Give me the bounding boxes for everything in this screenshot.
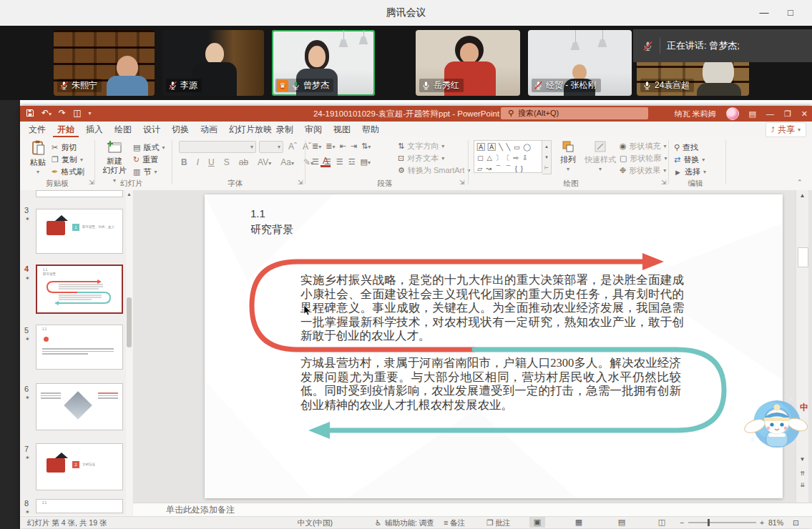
- columns-button[interactable]: ▤▾: [361, 157, 371, 167]
- slideshow-view-button[interactable]: ◫: [654, 517, 670, 528]
- zoom-out-button[interactable]: −: [680, 518, 684, 528]
- slide-thumbnail[interactable]: 1.1: [36, 325, 123, 370]
- find-button[interactable]: ⚲查找: [674, 142, 706, 154]
- slide-thumbnail-partial[interactable]: [36, 190, 123, 197]
- start-slideshow-icon[interactable]: ◫: [73, 108, 81, 118]
- tab-draw[interactable]: 绘图: [110, 122, 136, 137]
- text-direction-button[interactable]: ⇅文字方向▾: [398, 140, 470, 152]
- account-avatar[interactable]: [726, 107, 739, 120]
- slide-thumbnail-selected[interactable]: 1.1研究背景: [36, 264, 123, 314]
- reading-view-button[interactable]: ▤: [614, 517, 630, 528]
- share-button[interactable]: ⤴ 共享 ▾: [765, 122, 806, 137]
- slide-thumbnail-partial[interactable]: 2.1: [36, 499, 123, 513]
- format-painter-button[interactable]: ✒格式刷: [52, 166, 84, 178]
- scroll-down-icon[interactable]: ▼: [796, 456, 808, 463]
- restore-ppt-button[interactable]: ❐: [784, 109, 791, 119]
- text-shadow-button[interactable]: S: [222, 157, 232, 167]
- redo-icon[interactable]: ↷: [59, 108, 66, 118]
- participant-tile[interactable]: 李源: [162, 30, 264, 96]
- strikethrough-button[interactable]: ab: [237, 157, 250, 167]
- character-spacing-button[interactable]: AV▾: [255, 157, 273, 167]
- notes-pane[interactable]: 单击此处添加备注: [133, 503, 812, 517]
- language-indicator[interactable]: 中文(中国): [298, 518, 333, 528]
- slide-scrollbar[interactable]: ▲ ▼ ⇈ ⇊: [796, 190, 808, 503]
- save-icon[interactable]: [26, 109, 34, 117]
- minimize-meeting-button[interactable]: —: [753, 6, 775, 20]
- tab-transitions[interactable]: 切换: [167, 122, 193, 137]
- scroll-up-icon[interactable]: ▲: [796, 192, 808, 199]
- normal-view-button[interactable]: ▣: [529, 517, 545, 528]
- bullets-button[interactable]: ≣▾: [312, 142, 321, 151]
- increase-indent-button[interactable]: ⇥: [351, 142, 357, 151]
- maximize-meeting-button[interactable]: □: [780, 6, 801, 20]
- zoom-slider-thumb[interactable]: [708, 519, 710, 526]
- next-slide-button[interactable]: ⇊: [796, 482, 808, 488]
- tab-design[interactable]: 设计: [139, 122, 165, 137]
- comments-toggle[interactable]: ❐ 批注: [486, 518, 510, 528]
- paste-button[interactable]: 粘贴 ▾: [27, 140, 49, 177]
- participant-tile-speaking[interactable]: ♛ 曾梦杰: [272, 30, 375, 96]
- slide-position[interactable]: 幻灯片 第 4 张, 共 19 张: [27, 518, 107, 528]
- align-text-button[interactable]: ⊡对齐文本▾: [398, 152, 470, 164]
- increase-font-icon[interactable]: Aˆ: [286, 142, 299, 152]
- scrollbar-thumb[interactable]: [127, 297, 132, 347]
- copy-button[interactable]: ❐复制▾: [52, 154, 84, 166]
- collapse-ribbon-icon[interactable]: ⌃: [797, 179, 803, 186]
- slide-sorter-view-button[interactable]: ▦: [571, 517, 587, 528]
- close-ppt-button[interactable]: ✕: [801, 109, 808, 119]
- tab-record[interactable]: 录制: [272, 122, 298, 137]
- undo-icon[interactable]: ↶▾: [41, 108, 52, 118]
- section-button[interactable]: ▥节▾: [133, 166, 165, 178]
- align-center-button[interactable]: ☰: [324, 157, 331, 167]
- paragraph-dialog-launcher-icon[interactable]: ⇲: [459, 179, 465, 186]
- zoom-slider[interactable]: [688, 522, 756, 523]
- clipboard-dialog-launcher-icon[interactable]: ⇲: [89, 179, 94, 186]
- tab-insert[interactable]: 插入: [82, 122, 107, 137]
- tab-slideshow[interactable]: 幻灯片放映: [225, 122, 276, 137]
- scrollbar-thumb[interactable]: [798, 247, 808, 267]
- account-name[interactable]: 纳瓦 米莉姆: [674, 109, 715, 119]
- shapes-gallery[interactable]: 🄰 🄰 ╲ ╲ ▭ ◯ ▢ △ 〕〔 ⇨ ⇩ ▱ ↝ ⌒ ⌒ { }: [474, 140, 542, 173]
- drawing-dialog-launcher-icon[interactable]: ⇲: [661, 179, 667, 186]
- italic-button[interactable]: I: [195, 157, 201, 167]
- tab-home[interactable]: 开始: [53, 122, 79, 137]
- tab-help[interactable]: 帮助: [358, 122, 383, 137]
- font-dialog-launcher-icon[interactable]: ⇲: [298, 179, 303, 186]
- layout-button[interactable]: ▤版式▾: [133, 142, 165, 154]
- shape-outline-button[interactable]: ▢形状轮廓▾: [620, 152, 667, 164]
- slide-paragraph-2[interactable]: 方城县营坊村，隶属于河南省南阳市，户籍人口2300多人。解决农业经济发展问题尤为…: [300, 356, 681, 412]
- shape-effects-button[interactable]: ❉形状效果▾: [620, 164, 667, 177]
- customize-qat-icon[interactable]: ▾: [88, 110, 91, 117]
- scroll-up-icon[interactable]: ▲: [127, 192, 132, 197]
- reset-button[interactable]: ↻重置: [133, 154, 165, 166]
- previous-slide-button[interactable]: ⇈: [796, 470, 808, 477]
- align-left-button[interactable]: ☰: [312, 157, 319, 167]
- fit-to-window-icon[interactable]: ⊡: [793, 518, 799, 528]
- tab-view[interactable]: 视图: [329, 122, 355, 137]
- notes-toggle[interactable]: ≡ 备注: [444, 518, 465, 528]
- slide-thumbnail[interactable]: 1 研究背景、目的、意义: [36, 209, 123, 254]
- font-size-select[interactable]: ▾: [259, 141, 283, 153]
- justify-button[interactable]: ☲: [348, 157, 356, 167]
- current-slide[interactable]: 1.1 研究背景 实施乡村振兴战略，是党的十九大作出的重大决策部署，是决胜全面建…: [205, 194, 783, 498]
- underline-button[interactable]: U: [206, 157, 217, 167]
- slide-paragraph-1[interactable]: 实施乡村振兴战略，是党的十九大作出的重大决策部署，是决胜全面建成小康社会、全面建…: [300, 273, 684, 343]
- change-case-button[interactable]: Aa▾: [278, 157, 296, 167]
- quick-styles-button[interactable]: 快速样式 ▾: [584, 140, 617, 174]
- thumbnail-scrollbar[interactable]: ▲: [126, 190, 132, 515]
- select-button[interactable]: ►选择▾: [674, 166, 706, 178]
- shapes-gallery-scroll[interactable]: ▴▾⊢: [542, 140, 552, 174]
- convert-smartart-button[interactable]: ⚙转换为 SmartArt▾: [398, 164, 470, 177]
- tab-file[interactable]: 文件: [24, 122, 50, 137]
- slide-thumbnail[interactable]: [36, 383, 123, 430]
- replace-button[interactable]: ⇄替换▾: [674, 154, 706, 166]
- arrow-loop-shape[interactable]: [205, 194, 783, 498]
- shape-fill-button[interactable]: ◉形状填充▾: [620, 140, 667, 152]
- participant-tile[interactable]: 经贸 - 张松刚: [528, 30, 632, 96]
- participant-tile[interactable]: 岳秀红: [416, 30, 520, 96]
- zoom-level[interactable]: 81%: [768, 518, 783, 528]
- align-right-button[interactable]: ☰: [336, 157, 343, 167]
- decrease-indent-button[interactable]: ⇤: [339, 142, 346, 151]
- font-name-select[interactable]: ▾: [179, 141, 256, 153]
- slide-thumbnail[interactable]: 2 文献综述: [36, 443, 123, 490]
